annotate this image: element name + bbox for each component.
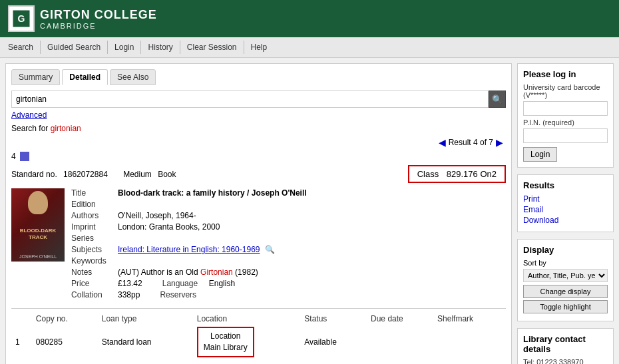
col-header-copyno: Copy no. [32,313,98,325]
standard-no-value: 1862072884 [63,170,108,179]
nav-history[interactable]: History [141,41,180,54]
imprint-label: Imprint [71,222,118,232]
medium-value: Book [158,170,176,179]
advanced-link[interactable]: Advanced [11,110,47,120]
result-text: Result 4 of 7 [449,138,493,147]
prev-arrow[interactable]: ◀ [436,137,449,148]
collation-value: 338pp [118,290,140,299]
class-value: 829.176 On2 [447,169,497,179]
copy-table-header-row: Copy no. Loan type Location Status Due d… [11,313,506,325]
keywords-row: Keywords [71,256,506,266]
standard-no-area: Standard no. 1862072884 Medium Book [11,170,176,179]
subjects-row: Subjects Ireland: Literature in English:… [71,245,506,254]
tab-see-also[interactable]: See Also [110,69,156,85]
navbar: Search Guided Search Login History Clear… [0,37,619,58]
edition-row: Edition [71,200,506,209]
notes-suffix: (1982) [235,268,258,277]
college-name: GIRTON COLLEGE [40,8,157,22]
location: Location Main Library [193,325,301,359]
col-header-status: Status [300,313,367,325]
col-header-shelfmark: Shelfmark [433,313,506,325]
copy-table: Copy no. Loan type Location Status Due d… [11,313,506,359]
notes-label: Notes [71,268,118,277]
col-header-duedate: Due date [367,313,433,325]
title-label: Title [71,188,118,198]
collation-label: Collation [71,290,118,299]
display-title: Display [523,245,608,255]
email-link[interactable]: Email [523,205,608,214]
location-box: Location Main Library [197,327,254,357]
tabs: Summary Detailed See Also [11,69,506,85]
toggle-highlight-button[interactable]: Toggle highlight [523,300,608,313]
pin-input[interactable] [523,128,608,143]
nav-help[interactable]: Help [244,41,274,54]
logo-text: GIRTON COLLEGE CAMBRIDGE [40,8,157,30]
header: G GIRTON COLLEGE CAMBRIDGE [0,0,619,37]
shelfmark [433,325,506,359]
book-cover: BLOOD-DARK TRACK JOSEPH O'NEILL [11,188,65,262]
tab-detailed[interactable]: Detailed [62,69,108,85]
notes-prefix: (AUT) Author is an Old [118,268,198,277]
due-date [367,325,433,359]
nav-login[interactable]: Login [108,41,141,54]
collation-row: Collation 338pp [71,290,140,299]
subjects-label: Subjects [71,245,118,254]
search-input[interactable] [11,91,489,108]
status: Available [300,325,367,359]
col-header-loantype: Loan type [98,313,193,325]
nav-clear-session[interactable]: Clear Session [180,41,244,54]
tel-text: Tel: 01223 338970 [523,358,608,364]
login-button[interactable]: Login [523,147,557,162]
login-section: Please log in University card barcode (V… [517,63,614,168]
col-header-location: Location [193,313,301,325]
search-bar: 🔍 [11,91,506,108]
search-button[interactable]: 🔍 [489,91,506,108]
print-link[interactable]: Print [523,194,608,204]
language-row: Language English [162,279,235,288]
record-checkbox[interactable] [20,152,29,161]
result-nav: ◀ Result 4 of 7 ▶ [11,137,506,148]
subjects-search-icon[interactable]: 🔍 [265,245,275,254]
nav-guided-search[interactable]: Guided Search [41,41,108,54]
table-row: 1 080285 Standard loan Location Main Lib… [11,325,506,359]
authors-value: O'Neill, Joseph, 1964- [118,211,196,220]
search-for-text: Search for girtonian [11,124,506,133]
barcode-label: University card barcode (V*****) [523,83,608,99]
book-meta: Title Blood-dark track: a family history… [71,188,506,301]
contact-section: Library contact details Tel: 01223 33897… [517,328,614,364]
copy-table-container: Copy no. Loan type Location Status Due d… [11,308,506,359]
edition-label: Edition [71,200,118,209]
medium-class-row: Standard no. 1862072884 Medium Book Clas… [11,165,506,183]
record-header: 4 [11,152,506,161]
location-line1: Location [204,331,248,342]
reservers-label: Reservers [160,290,206,299]
notes-value: (AUT) Author is an Old Girtonian (1982) [118,268,258,277]
logo: G GIRTON COLLEGE CAMBRIDGE [8,5,157,32]
medium-label: Medium [123,170,152,179]
nav-search[interactable]: Search [8,41,41,54]
main-container: Summary Detailed See Also 🔍 Advanced Sea… [0,58,619,364]
series-row: Series [71,234,506,243]
contact-title: Library contact details [523,334,608,354]
results-section: Results Print Email Download [517,174,614,232]
barcode-input[interactable] [523,101,608,116]
col-header-rownum [11,313,32,325]
subjects-link[interactable]: Ireland: Literature in English: 1960-196… [118,245,260,254]
title-row: Title Blood-dark track: a family history… [71,188,506,198]
college-sub: CAMBRIDGE [40,22,157,30]
results-title: Results [523,180,608,190]
imprint-row: Imprint London: Granta Books, 2000 [71,222,506,232]
download-link[interactable]: Download [523,216,608,225]
next-arrow[interactable]: ▶ [493,137,506,148]
tab-summary[interactable]: Summary [11,69,60,85]
svg-text:G: G [18,13,25,24]
content-area: Summary Detailed See Also 🔍 Advanced Sea… [5,63,512,364]
sort-select[interactable]: Author, Title, Pub. year [523,269,608,282]
change-display-button[interactable]: Change display [523,285,608,298]
authors-row: Authors O'Neill, Joseph, 1964- [71,211,506,220]
price-label: Price [71,279,118,288]
search-term: girtonian [51,124,81,133]
title-value: Blood-dark track: a family history / Jos… [118,188,307,198]
reservers-row: Reservers [160,290,206,299]
class-label: Class [417,169,439,179]
